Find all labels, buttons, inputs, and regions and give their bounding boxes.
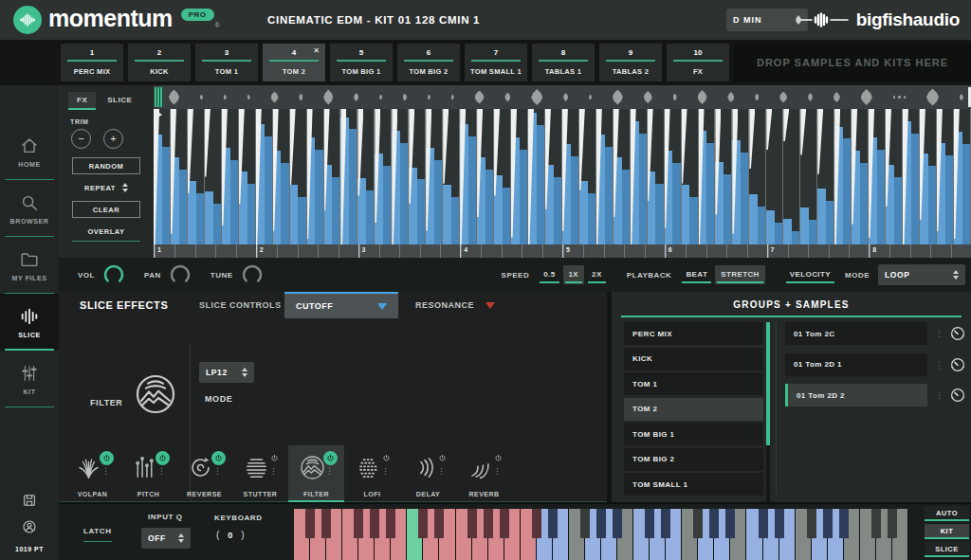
sidebar-item-home[interactable]: HOME	[0, 123, 59, 180]
effect-volpan[interactable]: ⋮VOLPAN	[64, 445, 120, 502]
effect-stutter[interactable]: ⋮STUTTER	[232, 445, 288, 502]
effect-pitch[interactable]: ⋮PITCH	[120, 445, 176, 502]
kit-tab-2[interactable]: 2KICK	[128, 44, 191, 81]
waveform-slice[interactable]	[239, 109, 256, 244]
black-key[interactable]	[661, 509, 670, 538]
black-key[interactable]	[467, 509, 477, 538]
black-key[interactable]	[613, 509, 622, 538]
black-key[interactable]	[725, 509, 735, 538]
waveform-slice[interactable]	[732, 109, 749, 244]
power-on-icon[interactable]	[323, 451, 338, 465]
gauge-icon[interactable]	[949, 356, 966, 373]
power-off-icon[interactable]	[435, 451, 449, 465]
group-row-tom-1[interactable]: TOM 1	[624, 372, 763, 395]
waveform-slice[interactable]	[715, 109, 732, 244]
black-key[interactable]	[370, 509, 379, 538]
black-key[interactable]	[645, 509, 654, 538]
waveform-slice[interactable]	[324, 109, 341, 244]
mode-dropdown[interactable]: LOOP	[878, 264, 965, 285]
param-tab-cutoff[interactable]: CUTOFF	[284, 292, 398, 318]
power-on-icon[interactable]	[156, 451, 170, 465]
black-key[interactable]	[807, 509, 816, 538]
kit-tab-10[interactable]: 10FX	[667, 44, 729, 81]
black-key[interactable]	[386, 509, 395, 538]
power-on-icon[interactable]	[211, 451, 226, 465]
filter-mode-dropdown[interactable]: LP12	[199, 362, 254, 383]
kit-tab-1[interactable]: 1PERC MIX	[61, 44, 123, 81]
waveform-slice[interactable]	[188, 109, 205, 244]
clear-button[interactable]: CLEAR	[72, 201, 140, 218]
kebab-menu-icon[interactable]: ⋮	[213, 467, 222, 476]
sidebar-item-my-files[interactable]: MY FILES	[0, 237, 59, 294]
effect-delay[interactable]: ⋮DELAY	[400, 445, 456, 502]
black-key[interactable]	[759, 509, 768, 538]
black-key[interactable]	[418, 509, 428, 538]
effect-filter[interactable]: ⋮FILTER	[288, 445, 344, 502]
param-tab-resonance[interactable]: RESONANCE	[404, 292, 506, 318]
close-tab-icon[interactable]: ✕	[313, 46, 320, 55]
overlay-button[interactable]: OVERLAY	[72, 227, 140, 242]
waveform-slice[interactable]	[154, 109, 171, 244]
sample-row-01-tom-2d-2[interactable]: 01 Tom 2D 2	[785, 384, 927, 406]
playback-option-beat[interactable]: BEAT	[680, 265, 713, 284]
account-icon[interactable]	[22, 519, 37, 534]
speed-option-2x[interactable]: 2X	[586, 265, 608, 284]
trim-plus-button[interactable]: +	[103, 129, 123, 149]
waveform-slice[interactable]	[256, 109, 273, 244]
kit-tab-7[interactable]: 7TOM SMALL 1	[465, 44, 527, 81]
black-key[interactable]	[596, 509, 606, 538]
kebab-menu-icon[interactable]: ⋮	[381, 467, 390, 476]
waveform-slice[interactable]	[392, 109, 409, 244]
sidebar-item-slice[interactable]: SLICE	[0, 294, 59, 351]
waveform-slice[interactable]	[460, 109, 477, 244]
waveform-slice[interactable]	[886, 109, 903, 244]
sample-row-01-tom-2d-1[interactable]: 01 Tom 2D 1	[785, 353, 927, 376]
filter-icon[interactable]	[133, 371, 178, 417]
waveform-slice[interactable]	[579, 109, 596, 244]
black-key[interactable]	[321, 509, 331, 538]
waveform-slice[interactable]	[699, 109, 716, 244]
kit-tab-8[interactable]: 8TABLAS 1	[532, 44, 595, 81]
pan-knob[interactable]	[168, 262, 192, 287]
slice-controls-tab[interactable]: SLICE CONTROLS	[199, 300, 282, 310]
waveform-slice[interactable]	[954, 109, 971, 244]
power-off-icon[interactable]	[267, 451, 282, 465]
black-key[interactable]	[823, 509, 833, 538]
latch-button[interactable]: LATCH	[83, 527, 112, 542]
waveform-display[interactable]	[154, 109, 971, 244]
octave-down-button[interactable]: (	[216, 530, 219, 540]
waveform-slice[interactable]	[357, 109, 375, 244]
waveform-slice[interactable]	[494, 109, 511, 244]
kit-tab-5[interactable]: 5TOM BIG 1	[330, 44, 393, 81]
waveform-slice[interactable]	[477, 109, 494, 244]
kit-tab-3[interactable]: 3TOM 1	[195, 44, 258, 81]
power-off-icon[interactable]	[379, 451, 394, 465]
ruler-beat[interactable]: 4	[460, 244, 562, 258]
speed-option-1x[interactable]: 1X	[563, 265, 585, 284]
black-key[interactable]	[305, 509, 315, 538]
waveform-slice[interactable]	[817, 109, 834, 244]
black-key[interactable]	[354, 509, 363, 538]
effect-reverb[interactable]: ⋮REVERB	[456, 445, 512, 502]
waveform-slice[interactable]	[409, 109, 426, 244]
ruler-beat[interactable]: 7	[767, 244, 870, 258]
waveform-slice[interactable]	[426, 109, 443, 244]
group-row-kick[interactable]: KICK	[624, 348, 763, 370]
gauge-icon[interactable]	[949, 387, 966, 404]
black-key[interactable]	[709, 509, 719, 538]
save-icon[interactable]	[22, 493, 37, 508]
effect-lofi[interactable]: ⋮LOFI	[344, 445, 400, 502]
waveform-slice[interactable]	[375, 109, 392, 244]
view-button-kit[interactable]: KIT	[925, 524, 969, 539]
drop-zone[interactable]: DROP SAMPLES AND KITS HERE	[734, 44, 971, 81]
playhead-icon[interactable]	[154, 109, 162, 120]
kebab-menu-icon[interactable]: ⋮	[935, 390, 944, 400]
overview-start-marker[interactable]	[155, 87, 163, 107]
view-button-auto[interactable]: AUTO	[925, 506, 969, 521]
waveform-slice[interactable]	[614, 109, 631, 244]
waveform-slice[interactable]	[443, 109, 460, 244]
group-row-tom-big-1[interactable]: TOM BIG 1	[624, 423, 763, 445]
waveform-slice[interactable]	[511, 109, 528, 244]
sample-row-01-tom-2c[interactable]: 01 Tom 2C	[785, 322, 927, 345]
waveform-slice[interactable]	[749, 109, 766, 244]
